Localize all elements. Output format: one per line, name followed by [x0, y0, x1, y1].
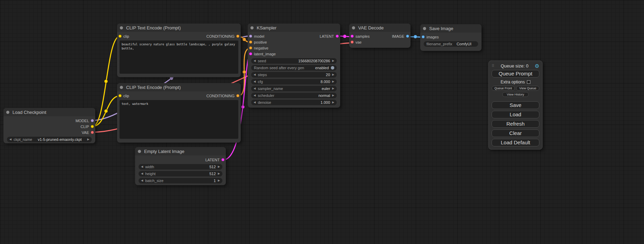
node-header[interactable]: Save Image	[420, 24, 482, 33]
slot-dot-conditioning[interactable]	[249, 46, 252, 49]
input-slot-vae[interactable]: vae	[351, 40, 362, 44]
slot-dot-model[interactable]	[91, 119, 94, 122]
slot-dot-latent[interactable]	[336, 35, 339, 38]
node-header[interactable]: CLIP Text Encode (Prompt)	[117, 83, 241, 91]
input-slot-positive[interactable]: positive	[249, 40, 267, 44]
slot-dot-clip[interactable]	[91, 125, 94, 128]
save-button[interactable]: Save	[492, 101, 539, 109]
widget-random-seed-toggle[interactable]: Random seed after every gen enabled	[251, 65, 337, 71]
output-slot-conditioning[interactable]: CONDITIONING	[206, 94, 239, 98]
node-vae-decode[interactable]: VAE Decode samples IMAGE vae	[349, 24, 411, 48]
node-empty-latent-image[interactable]: Empty Latent Image LATENT ◀ width 512 ▶ …	[135, 147, 226, 185]
output-slot-conditioning[interactable]: CONDITIONING	[206, 34, 239, 38]
positive-prompt-textarea[interactable]: beautiful scenery nature glass bottle la…	[120, 40, 238, 74]
node-header[interactable]: CLIP Text Encode (Prompt)	[117, 24, 241, 32]
slot-dot-latent[interactable]	[351, 35, 354, 38]
link-midpoint-dot[interactable]	[242, 70, 246, 74]
toggle-knob[interactable]	[331, 66, 334, 70]
collapse-dot-icon[interactable]	[352, 26, 355, 29]
increment-arrow-icon[interactable]: ▶	[332, 94, 334, 97]
increment-arrow-icon[interactable]: ▶	[332, 73, 334, 76]
input-slot-images[interactable]: images	[422, 35, 439, 39]
link-midpoint-dot[interactable]	[343, 35, 346, 38]
node-header[interactable]: Load Checkpoint	[3, 108, 95, 116]
increment-arrow-icon[interactable]: ▶	[218, 179, 220, 182]
output-slot-clip[interactable]: CLIP	[81, 125, 94, 129]
widget-denoise[interactable]: ◀ denoise 1.000 ▶	[251, 100, 337, 105]
slot-dot-vae[interactable]	[351, 40, 354, 44]
increment-arrow-icon[interactable]: ▶	[332, 80, 334, 83]
output-slot-image[interactable]: IMAGE	[392, 34, 409, 38]
load-default-button[interactable]: Load Default	[492, 139, 539, 146]
slot-dot-conditioning[interactable]	[236, 35, 239, 38]
decrement-arrow-icon[interactable]: ◀	[141, 179, 143, 182]
refresh-button[interactable]: Refresh	[492, 120, 539, 128]
output-slot-latent[interactable]: LATENT	[205, 158, 224, 162]
increment-arrow-icon[interactable]: ▶	[218, 165, 220, 168]
decrement-arrow-icon[interactable]: ◀	[254, 60, 256, 62]
queue-front-button[interactable]: Queue Front	[492, 86, 515, 91]
slot-dot-vae[interactable]	[91, 131, 94, 134]
widget-sampler-name[interactable]: ◀ sampler_name euler ▶	[251, 86, 337, 91]
collapse-dot-icon[interactable]	[120, 26, 123, 29]
node-clip-text-encode-positive[interactable]: CLIP Text Encode (Prompt) clip CONDITION…	[117, 24, 241, 77]
node-header[interactable]: VAE Decode	[349, 24, 411, 32]
widget-seed[interactable]: ◀ seed 156680208700286 ▶	[251, 58, 337, 64]
slot-dot-model[interactable]	[249, 35, 252, 38]
slot-dot-clip[interactable]	[118, 35, 122, 38]
slot-dot-latent[interactable]	[221, 158, 224, 161]
collapse-dot-icon[interactable]	[6, 111, 9, 114]
settings-gear-icon[interactable]: ⚙	[535, 63, 539, 69]
output-slot-model[interactable]: MODEL	[76, 119, 94, 123]
decrement-arrow-icon[interactable]: ◀	[9, 138, 11, 141]
output-slot-vae[interactable]: VAE	[82, 130, 94, 135]
input-slot-clip[interactable]: clip	[118, 34, 129, 38]
slot-dot-latent[interactable]	[249, 52, 252, 55]
node-ksampler[interactable]: KSampler model LATENT positive negative	[248, 24, 340, 108]
widget-filename-prefix[interactable]: filename_prefix ComfyUI	[424, 41, 478, 47]
decrement-arrow-icon[interactable]: ◀	[141, 165, 143, 168]
node-header[interactable]: Empty Latent Image	[135, 147, 226, 155]
decrement-arrow-icon[interactable]: ◀	[141, 172, 143, 175]
view-history-button[interactable]: View History	[502, 92, 529, 97]
widget-batch-size[interactable]: ◀ batch_size 1 ▶	[139, 178, 222, 183]
node-save-image[interactable]: Save Image images filename_prefix ComfyU…	[420, 24, 482, 51]
increment-arrow-icon[interactable]: ▶	[332, 87, 334, 90]
decrement-arrow-icon[interactable]: ◀	[254, 87, 256, 90]
widget-height[interactable]: ◀ height 512 ▶	[139, 171, 222, 177]
widget-ckpt-name[interactable]: ◀ ckpt_name v1-5-pruned-emaonly.ckpt ▶	[7, 137, 92, 142]
queue-panel[interactable]: ⠿ Queue size: 0 ⚙ Queue Prompt Extra opt…	[488, 61, 542, 150]
collapse-dot-icon[interactable]	[250, 26, 254, 29]
collapse-dot-icon[interactable]	[138, 150, 141, 153]
output-slot-latent[interactable]: LATENT	[320, 34, 339, 38]
queue-prompt-button[interactable]: Queue Prompt	[492, 70, 539, 78]
input-slot-model[interactable]: model	[249, 34, 264, 38]
link-midpoint-dot[interactable]	[414, 35, 417, 38]
input-slot-samples[interactable]: samples	[351, 34, 370, 38]
link-midpoint-dot[interactable]	[104, 80, 108, 83]
slot-dot-image[interactable]	[422, 35, 425, 38]
increment-arrow-icon[interactable]: ▶	[332, 101, 334, 104]
load-button[interactable]: Load	[492, 111, 539, 118]
decrement-arrow-icon[interactable]: ◀	[254, 101, 256, 104]
collapse-dot-icon[interactable]	[423, 27, 426, 30]
node-load-checkpoint[interactable]: Load Checkpoint MODEL CLIP VAE ◀ ckpt_na…	[3, 108, 95, 143]
increment-arrow-icon[interactable]: ▶	[218, 172, 220, 175]
link-midpoint-dot[interactable]	[241, 105, 245, 109]
negative-prompt-textarea[interactable]: text, watermark	[120, 100, 238, 139]
collapse-dot-icon[interactable]	[120, 86, 123, 89]
view-queue-button[interactable]: View Queue	[516, 86, 539, 91]
widget-scheduler[interactable]: ◀ scheduler normal ▶	[251, 93, 337, 98]
input-slot-latent-image[interactable]: latent_image	[249, 52, 276, 56]
increment-arrow-icon[interactable]: ▶	[332, 60, 334, 62]
link-midpoint-dot[interactable]	[104, 109, 108, 113]
slot-dot-clip[interactable]	[118, 94, 122, 97]
node-clip-text-encode-negative[interactable]: CLIP Text Encode (Prompt) clip CONDITION…	[117, 83, 241, 143]
decrement-arrow-icon[interactable]: ◀	[254, 80, 256, 83]
slot-dot-image[interactable]	[406, 35, 409, 38]
extra-options-checkbox[interactable]	[527, 80, 530, 84]
decrement-arrow-icon[interactable]: ◀	[254, 94, 256, 97]
clear-button[interactable]: Clear	[492, 129, 539, 137]
widget-width[interactable]: ◀ width 512 ▶	[139, 164, 222, 170]
comfyui-canvas[interactable]: { "icons": { "decrement_arrow": "◀", "in…	[0, 0, 644, 244]
